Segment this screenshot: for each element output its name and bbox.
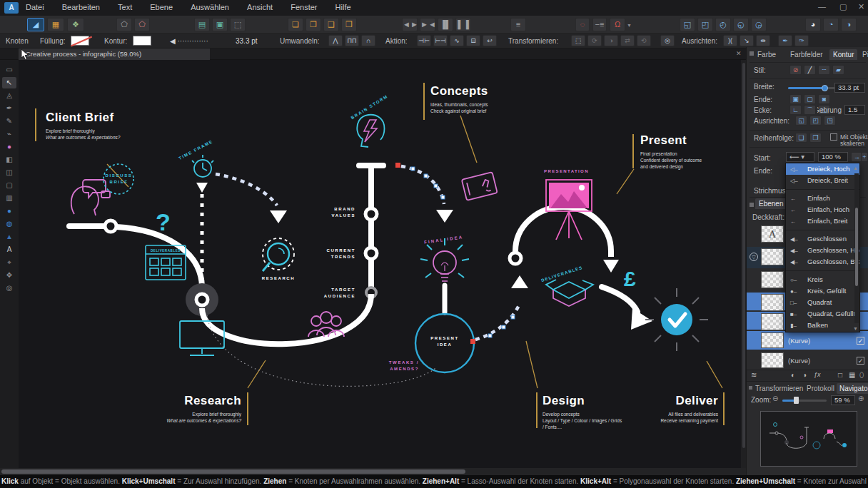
fx-icon[interactable]: ƒx	[814, 371, 821, 378]
add-end-icon[interactable]: +	[861, 152, 868, 162]
menu-bearbeiten[interactable]: Bearbeiten	[62, 3, 100, 11]
selected-node-red-2[interactable]	[470, 339, 475, 344]
lasso-icon[interactable]: ◎	[660, 35, 675, 46]
mask-icon[interactable]: ◐	[791, 371, 795, 379]
tab-navigator[interactable]: Navigator	[837, 383, 868, 394]
stroke-solid-icon[interactable]: ╱	[804, 65, 816, 75]
horizontal-scrollbar[interactable]	[0, 468, 746, 475]
dropdown-item[interactable]: ●–Kreis, Gefüllt	[786, 285, 859, 297]
menu-text[interactable]: Text	[118, 3, 132, 11]
tab-close-icon[interactable]: ✕	[736, 50, 742, 57]
menu-ebene[interactable]: Ebene	[150, 3, 173, 11]
crop-tool-icon[interactable]: ◫	[2, 167, 16, 178]
insert-inside-icon[interactable]: ▤	[194, 18, 210, 31]
boolean-xor-icon[interactable]: ◵	[733, 18, 749, 31]
shape-slice-icon[interactable]: ⬠	[134, 18, 150, 31]
rect-tool-icon[interactable]: ▥	[2, 193, 16, 204]
dropdown-item[interactable]: ←Einfach, Breit	[786, 215, 859, 227]
stroke-width-value[interactable]: 33.3 pt	[236, 37, 258, 45]
align-outside-icon[interactable]: ◳	[824, 116, 836, 126]
dropdown-scrollbar[interactable]	[854, 173, 859, 323]
gehrung-field[interactable]: 1.5	[844, 105, 865, 115]
flip-vertical-icon[interactable]: ►◄	[420, 18, 435, 31]
cap-round-icon[interactable]: ▢	[804, 94, 816, 104]
start-arrow-dropdown[interactable]: ⟵ ▾	[786, 152, 814, 162]
menu-ansicht[interactable]: Ansicht	[247, 3, 273, 11]
join-miter-icon[interactable]: ∟	[789, 105, 802, 115]
kurve-2-visibility-checkbox[interactable]: ✓	[857, 357, 864, 365]
stroke-width-slider[interactable]: ◀ ·············	[170, 37, 208, 45]
dropdown-item[interactable]: ←Einfach	[786, 193, 859, 204]
dropdown-scroll-down-icon[interactable]: ▼	[853, 326, 858, 331]
snap-options-field[interactable]: −≡	[592, 18, 607, 31]
width-slider-handle[interactable]	[822, 85, 828, 91]
rounded-rect-tool-icon[interactable]: ◍	[2, 218, 16, 230]
navigator-preview[interactable]	[760, 411, 857, 467]
tab-pinsel[interactable]: Pinsel	[859, 49, 868, 60]
dropdown-item[interactable]: ←Einfach, Hoch	[786, 204, 859, 215]
selected-node-red[interactable]	[395, 163, 400, 168]
stroke-dashed-icon[interactable]: ┄	[818, 65, 830, 75]
insert-behind-icon[interactable]: ⬚	[230, 18, 246, 31]
align-diagonal-icon[interactable]: ↘	[740, 35, 754, 46]
convert-sharp-icon[interactable]: ⋀	[328, 35, 343, 46]
action-break-icon[interactable]: ⊣⊢	[417, 35, 431, 46]
shape-tool-icon[interactable]: ⬠	[116, 18, 132, 31]
vertical-scrollbar-thumb[interactable]	[742, 63, 745, 448]
tab-farbfelder[interactable]: Farbfelder	[787, 49, 827, 60]
dropdown-scroll-up-icon[interactable]: ▲	[853, 166, 858, 171]
layer-row-kurve-2[interactable]: (Kurve) ✓	[747, 351, 868, 370]
trash-icon[interactable]: ⬯	[859, 371, 864, 380]
point-transform-tool-icon[interactable]: ⌖	[2, 257, 16, 268]
insert-top-icon[interactable]: ▣	[212, 18, 228, 31]
menu-hilfe[interactable]: Hilfe	[335, 3, 351, 11]
boolean-add-icon[interactable]: ◱	[680, 18, 695, 31]
tab-kontur[interactable]: Kontur	[829, 49, 857, 60]
new-layer-icon[interactable]: □	[838, 371, 842, 379]
move-back-icon[interactable]: ❏	[288, 18, 303, 31]
width-field[interactable]: 33.3 pt	[834, 83, 865, 93]
align-grid-icon[interactable]: ⇹	[756, 35, 770, 46]
menu-fenster[interactable]: Fenster	[291, 3, 317, 11]
order-icon[interactable]: ≡	[510, 18, 526, 31]
horizontal-scrollbar-thumb[interactable]	[1, 469, 465, 474]
dropdown-scrollbar-thumb[interactable]	[855, 208, 858, 286]
dropdown-item[interactable]: ○–Kreis	[786, 274, 859, 285]
geometry-combine-icon[interactable]: ◑	[841, 18, 857, 31]
zoom-slider-handle[interactable]	[794, 397, 799, 404]
convert-smart-icon[interactable]: ∩	[361, 35, 375, 46]
dropdown-item[interactable]: ◀–Geschlossen	[786, 233, 859, 245]
tab-protokoll[interactable]: Protokoll	[804, 383, 837, 394]
dropdown-item[interactable]: □–Quadrat	[786, 297, 859, 308]
start-pct-dropdown[interactable]: 100 %	[818, 152, 848, 162]
tab-transformieren[interactable]: Transformieren	[752, 383, 806, 394]
order-front-icon[interactable]: ❐	[809, 133, 822, 143]
geometry-overlap-icon[interactable]: ◔	[823, 18, 839, 31]
move-front-icon[interactable]: ❒	[341, 18, 357, 31]
export-persona-icon[interactable]: ❖	[67, 18, 84, 31]
stroke-swatch[interactable]	[133, 36, 151, 46]
triangle-tool-icon[interactable]: ▲	[2, 231, 16, 243]
scale-with-object-checkbox[interactable]	[830, 133, 837, 141]
ellipse-tool-icon[interactable]: ●	[2, 205, 16, 217]
snapping-magnet-icon[interactable]: Ω	[610, 18, 625, 31]
node-tool-icon[interactable]: ↖	[2, 77, 16, 88]
frame-tool-icon[interactable]: ▢	[2, 180, 16, 191]
dropdown-item[interactable]: ■–Quadrat, Gefüllt	[786, 308, 859, 320]
pen-options-icon[interactable]: ✑	[794, 35, 809, 46]
cap-butt-icon[interactable]: ▣	[789, 94, 802, 104]
kurve-1-visibility-checkbox[interactable]: ✓	[857, 337, 864, 345]
text-tool-icon[interactable]: A	[2, 244, 16, 255]
hand-tool-icon[interactable]: ✥	[2, 270, 16, 281]
transform-box-icon[interactable]: ⬚	[571, 35, 585, 46]
brush-tool-icon[interactable]: ⌁	[2, 128, 16, 140]
zoom-tool-icon[interactable]: ◎	[2, 283, 16, 294]
pen-tool-icon[interactable]: ✒	[2, 103, 16, 114]
pencil-tool-icon[interactable]: ✎	[2, 116, 16, 127]
minimize-button[interactable]: —	[818, 2, 826, 11]
align-inside-icon[interactable]: ◰	[809, 116, 822, 126]
fill-swatch[interactable]	[71, 36, 89, 46]
boolean-subtract-icon[interactable]: ◰	[697, 18, 713, 31]
pen-pressure-icon[interactable]: ✒	[778, 35, 792, 46]
zoom-field[interactable]: 59 %	[831, 395, 855, 405]
